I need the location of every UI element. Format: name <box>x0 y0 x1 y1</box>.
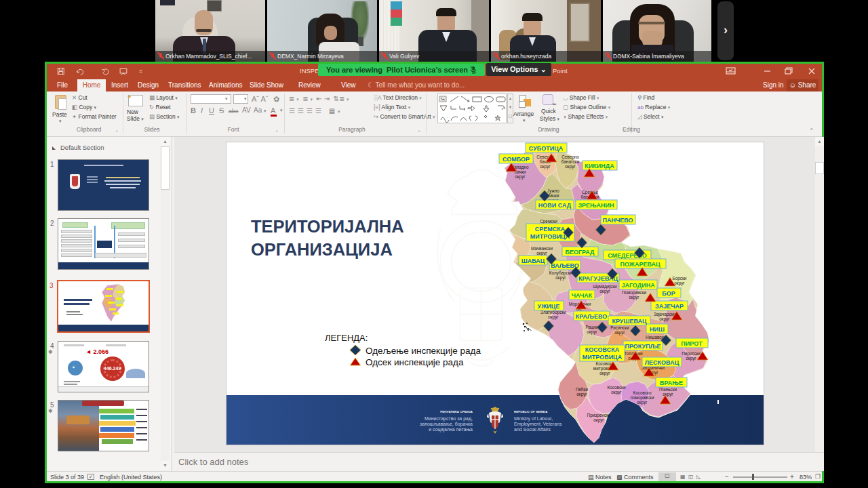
svg-text:БОР: БОР <box>662 290 675 297</box>
svg-text:ВРАЊЕ: ВРАЊЕ <box>660 380 683 386</box>
svg-text:ЧАЧАК: ЧАЧАК <box>572 292 593 299</box>
svg-text:ПАНЧЕВО: ПАНЧЕВО <box>602 217 633 224</box>
svg-text:Рашкиокруг: Рашкиокруг <box>585 325 599 335</box>
svg-text:ПИРОТ: ПИРОТ <box>681 340 703 347</box>
svg-text:КОСОВСКАМИТРОВИЦА: КОСОВСКАМИТРОВИЦА <box>583 346 623 361</box>
svg-text:БЕОГРАД: БЕОГРАД <box>565 249 595 256</box>
svg-text:СУБОТИЦА: СУБОТИЦА <box>529 145 564 152</box>
svg-text:ЗАЈЕЧАР: ЗАЈЕЧАР <box>655 303 684 310</box>
svg-text:НОВИ САД: НОВИ САД <box>538 202 572 209</box>
svg-text:ПОЖАРЕВАЦ: ПОЖАРЕВАЦ <box>620 261 660 268</box>
svg-text:ШАБАЦ: ШАБАЦ <box>521 258 545 264</box>
svg-text:СОМБОР: СОМБОР <box>502 156 530 163</box>
svg-text:ЛЕСКОВАЦ: ЛЕСКОВАЦ <box>645 359 679 366</box>
svg-text:ЗРЕЊАНИН: ЗРЕЊАНИН <box>578 202 614 209</box>
svg-text:УЖИЦЕ: УЖИЦЕ <box>538 303 560 310</box>
svg-text:Пећкиокруг: Пећкиокруг <box>576 387 588 397</box>
svg-text:НИШ: НИШ <box>650 326 665 333</box>
svg-text:ПРОКУПЉЕ: ПРОКУПЉЕ <box>625 343 661 350</box>
svg-text:ЈАГОДИНА: ЈАГОДИНА <box>621 282 655 289</box>
svg-text:КРАЉЕВО: КРАЉЕВО <box>576 313 607 320</box>
svg-text:КРУШЕВАЦ: КРУШЕВАЦ <box>612 318 647 325</box>
